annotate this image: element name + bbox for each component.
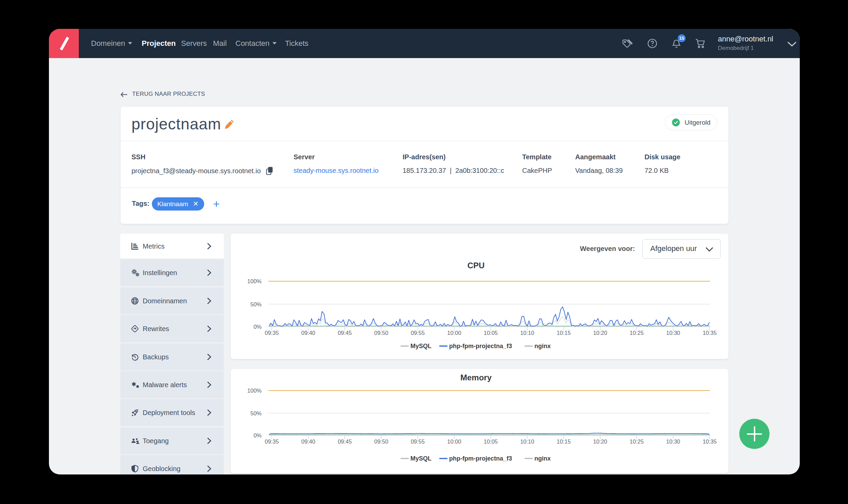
svg-text:09:55: 09:55 xyxy=(411,438,425,445)
svg-text:09:50: 09:50 xyxy=(374,330,388,336)
svg-text:CPU: CPU xyxy=(467,261,485,270)
svg-text:10:00: 10:00 xyxy=(447,438,461,445)
svg-text:php-fpm-projectna_f3: php-fpm-projectna_f3 xyxy=(449,455,512,462)
svg-text:10:30: 10:30 xyxy=(666,438,680,445)
svg-text:MySQL: MySQL xyxy=(410,455,431,462)
svg-text:10:05: 10:05 xyxy=(484,438,498,445)
svg-text:09:50: 09:50 xyxy=(374,438,388,445)
svg-text:10:05: 10:05 xyxy=(484,330,498,336)
svg-text:10:15: 10:15 xyxy=(557,330,571,336)
svg-text:10:35: 10:35 xyxy=(703,330,717,336)
svg-text:10:25: 10:25 xyxy=(630,330,643,336)
svg-text:09:40: 09:40 xyxy=(301,438,315,445)
svg-text:50%: 50% xyxy=(250,410,262,416)
svg-text:MySQL: MySQL xyxy=(410,343,431,349)
svg-text:10:10: 10:10 xyxy=(520,438,534,445)
svg-text:50%: 50% xyxy=(250,301,262,307)
svg-text:100%: 100% xyxy=(247,278,262,284)
svg-text:10:15: 10:15 xyxy=(557,438,571,445)
svg-text:nginx: nginx xyxy=(534,455,551,462)
svg-text:10:30: 10:30 xyxy=(666,330,680,336)
svg-text:09:55: 09:55 xyxy=(411,330,425,336)
svg-text:09:45: 09:45 xyxy=(338,330,352,336)
svg-text:php-fpm-projectna_f3: php-fpm-projectna_f3 xyxy=(449,343,512,349)
svg-text:09:35: 09:35 xyxy=(265,438,279,445)
svg-text:10:20: 10:20 xyxy=(593,438,607,445)
svg-text:100%: 100% xyxy=(247,388,262,394)
svg-text:0%: 0% xyxy=(253,324,262,330)
svg-text:10:20: 10:20 xyxy=(593,330,607,336)
svg-text:09:45: 09:45 xyxy=(338,438,352,445)
svg-text:Memory: Memory xyxy=(460,373,492,382)
svg-text:0%: 0% xyxy=(253,432,262,438)
svg-text:10:35: 10:35 xyxy=(703,438,717,445)
svg-text:10:00: 10:00 xyxy=(447,330,461,336)
svg-text:10:10: 10:10 xyxy=(520,330,534,336)
svg-text:10:25: 10:25 xyxy=(630,438,643,445)
svg-text:09:40: 09:40 xyxy=(301,330,315,336)
svg-text:nginx: nginx xyxy=(534,343,551,349)
svg-text:09:35: 09:35 xyxy=(265,330,279,336)
